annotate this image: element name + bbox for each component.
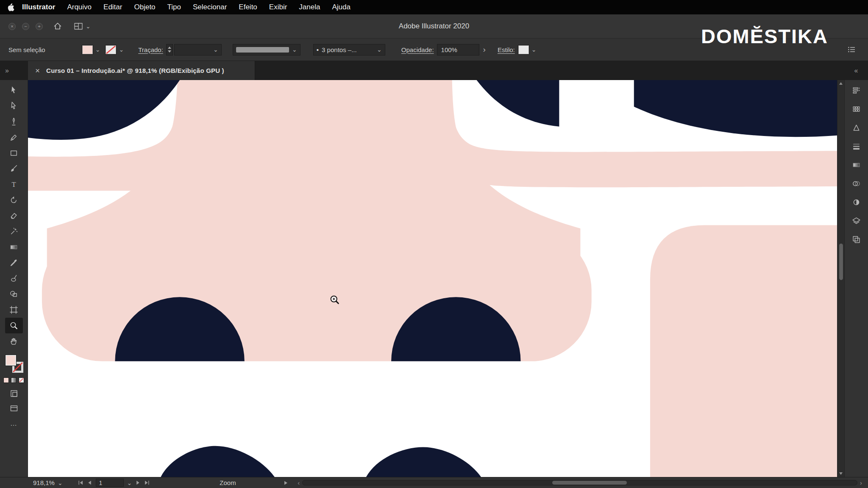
style-control[interactable]: ⌄ (518, 45, 537, 55)
status-bar-menu-button[interactable] (283, 480, 288, 485)
pink-corner-shape (650, 225, 837, 477)
last-artboard-icon[interactable] (144, 480, 150, 485)
fill-color-control[interactable]: ⌄ (82, 45, 100, 55)
gradient-tool[interactable] (5, 239, 23, 255)
gradient-panel-button[interactable] (852, 161, 861, 169)
stroke-weight-combo[interactable]: ⌄ (174, 44, 222, 55)
blob-brush-tool[interactable] (5, 271, 23, 286)
swatches-panel-button[interactable] (852, 105, 861, 114)
home-button[interactable] (53, 22, 62, 31)
scroll-up-arrow-icon[interactable] (839, 82, 843, 85)
fill-stroke-widget[interactable] (4, 353, 24, 374)
width-profile-combo[interactable]: ⌄ (233, 44, 300, 55)
stroke-none-swatch[interactable] (105, 45, 117, 55)
chevron-down-icon[interactable]: ⌄ (127, 480, 132, 486)
apple-menu[interactable] (8, 3, 14, 11)
window-close-button[interactable]: × (8, 23, 16, 30)
toolbar-expand-button[interactable]: » (0, 61, 28, 80)
vertical-scrollbar[interactable] (837, 80, 844, 477)
eraser-tool[interactable] (5, 208, 23, 224)
pencil-tool[interactable] (5, 130, 23, 145)
canvas[interactable] (28, 80, 837, 477)
selection-tool[interactable] (5, 83, 23, 98)
scroll-left-arrow-icon[interactable]: ‹ (298, 480, 300, 486)
apple-icon (8, 3, 14, 11)
scroll-down-arrow-icon[interactable] (839, 472, 843, 475)
pen-tool[interactable] (5, 114, 23, 130)
shape-builder-tool[interactable] (5, 286, 23, 302)
horizontal-scrollbar-thumb[interactable] (552, 481, 627, 485)
eyedropper-tool[interactable] (5, 255, 23, 271)
color-guide-panel-button[interactable] (852, 123, 861, 132)
artboard-navigation: 1 ⌄ (78, 479, 150, 487)
horizontal-scrollbar-track[interactable] (302, 480, 857, 485)
stepper-down-icon[interactable] (168, 50, 171, 53)
stroke-weight-label[interactable]: Traçado: (138, 46, 163, 53)
type-tool[interactable]: T (5, 177, 23, 192)
appearance-panel-button[interactable] (852, 198, 861, 207)
draw-mode-button[interactable] (10, 389, 18, 398)
edit-toolbar-button[interactable]: … (10, 420, 17, 427)
transparency-panel-button[interactable] (852, 179, 861, 188)
menu-exibir[interactable]: Exibir (263, 3, 293, 11)
menu-selecionar[interactable]: Selecionar (187, 3, 233, 11)
rectangle-tool[interactable] (5, 145, 23, 161)
horizontal-scrollbar[interactable]: ‹ › (298, 480, 862, 486)
window-zoom-button[interactable]: + (36, 23, 43, 30)
artboard-tool[interactable] (5, 302, 23, 318)
screen-mode-button[interactable] (10, 404, 18, 413)
fill-indicator[interactable] (5, 355, 17, 366)
chevron-down-icon: ⌄ (377, 46, 382, 53)
stroke-panel-button[interactable] (852, 142, 861, 151)
scroll-right-arrow-icon[interactable]: › (860, 480, 862, 486)
arrange-documents-icon (74, 23, 83, 30)
tab-close-icon[interactable]: × (35, 66, 40, 75)
menu-efeito[interactable]: Efeito (233, 3, 263, 11)
artboards-panel-button[interactable] (852, 235, 861, 244)
menu-arquivo[interactable]: Arquivo (61, 3, 97, 11)
opacity-field[interactable]: 100% (437, 44, 479, 55)
paintbrush-tool[interactable] (5, 161, 23, 177)
style-label[interactable]: Estilo: (498, 46, 515, 53)
color-guide-panel-icon (852, 123, 861, 132)
direct-selection-tool[interactable] (5, 98, 23, 114)
previous-artboard-icon[interactable] (87, 480, 92, 485)
stroke-weight-stepper[interactable] (166, 44, 173, 55)
first-artboard-icon[interactable] (78, 480, 83, 485)
layers-panel-icon (852, 216, 861, 225)
layers-panel-button[interactable] (852, 216, 861, 225)
color-panel-button[interactable] (852, 86, 861, 95)
tools-panel: T … (0, 80, 28, 477)
zoom-level-control[interactable]: 918,1% ⌄ (33, 479, 63, 486)
menu-illustrator[interactable]: Illustrator (18, 3, 61, 11)
menu-janela[interactable]: Janela (293, 3, 326, 11)
menu-ajuda[interactable]: Ajuda (326, 3, 356, 11)
rotate-tool[interactable] (5, 192, 23, 208)
none-button[interactable] (19, 377, 24, 383)
next-artboard-icon[interactable] (135, 480, 141, 485)
document-tab[interactable]: × Curso 01 – Introdução.ai* @ 918,1% (RG… (28, 61, 255, 80)
control-panel-menu-button[interactable] (847, 45, 856, 54)
menu-editar[interactable]: Editar (97, 3, 128, 11)
color-button[interactable] (3, 377, 9, 383)
stroke-color-control[interactable]: ⌄ (105, 45, 124, 55)
shape-builder-icon (9, 289, 19, 299)
stepper-up-icon[interactable] (168, 47, 171, 49)
menu-objeto[interactable]: Objeto (128, 3, 161, 11)
panel-collapse-button[interactable]: « (844, 61, 868, 80)
arrange-documents-button[interactable]: ⌄ (74, 23, 91, 30)
opacity-label[interactable]: Opacidade: (401, 46, 434, 53)
hand-tool[interactable] (5, 333, 23, 349)
vertical-scrollbar-thumb[interactable] (839, 244, 843, 280)
fill-swatch[interactable] (82, 45, 93, 55)
zoom-tool[interactable] (5, 318, 23, 333)
window-minimize-button[interactable]: − (22, 23, 29, 30)
gradient-button[interactable] (11, 377, 17, 383)
brush-definition-combo[interactable]: • 3 pontos –... ⌄ (313, 44, 385, 55)
chevron-right-icon[interactable]: › (483, 45, 486, 54)
style-swatch[interactable] (518, 45, 529, 55)
magic-wand-tool[interactable] (5, 224, 23, 239)
menu-tipo[interactable]: Tipo (161, 3, 187, 11)
transparency-panel-icon (852, 179, 861, 188)
artboard-number-field[interactable]: 1 (96, 479, 124, 487)
